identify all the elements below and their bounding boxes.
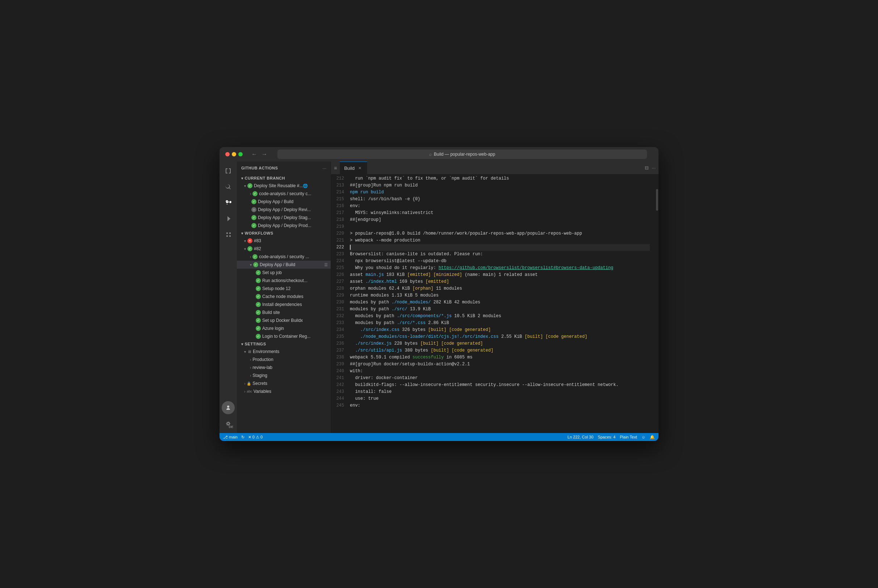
sidebar-item-setup-job[interactable]: ✓ Set up job bbox=[237, 268, 331, 277]
code-area[interactable]: run `npm audit fix` to fix them, or `npm… bbox=[347, 174, 656, 433]
close-button[interactable] bbox=[225, 152, 230, 156]
code-line-237: ./src/utils/api.js 380 bytes [built] [co… bbox=[350, 347, 650, 354]
run-checkout-label: Run actions/checkout... bbox=[262, 278, 308, 283]
ln-222: 222 bbox=[331, 244, 344, 251]
user-avatar[interactable] bbox=[222, 401, 235, 414]
editor-content: 212 213 214 215 216 217 218 219 220 221 … bbox=[331, 174, 659, 433]
sidebar-item-code-analysis-2[interactable]: › ✓ code-analysis / security ... bbox=[237, 253, 331, 261]
deploy-app-prod-label: Deploy App / Deploy Prod... bbox=[258, 223, 311, 228]
container-reg-label: Login to Container Reg... bbox=[262, 334, 311, 339]
ln-215: 215 bbox=[331, 196, 344, 203]
chevron-down-icon: ▾ bbox=[241, 176, 243, 180]
branch-status[interactable]: ⎇ main bbox=[223, 435, 238, 440]
sidebar-item-variables[interactable]: › abc Variables bbox=[237, 387, 331, 395]
back-arrow[interactable]: ← bbox=[250, 150, 259, 158]
ln-245: 245 bbox=[331, 402, 344, 409]
ln-234: 234 bbox=[331, 327, 344, 333]
scrollbar-thumb[interactable] bbox=[656, 189, 658, 211]
code-line-225: Why you should do it regularly: https://… bbox=[350, 265, 650, 272]
notifications-icon[interactable]: 🔔 bbox=[650, 435, 655, 440]
code-line-236: ./src/index.js 228 bytes [built] [code g… bbox=[350, 340, 650, 347]
code-line-221: > webpack --mode production bbox=[350, 237, 650, 244]
code-line-241: driver: docker-container bbox=[350, 375, 650, 382]
sidebar-item-environments[interactable]: ▾ 🖥 Environments bbox=[237, 348, 331, 356]
activity-search[interactable] bbox=[222, 180, 235, 194]
sidebar-item-deploy-site[interactable]: ▾ ✓ Deploy Site Reusable #... 🌐 bbox=[237, 182, 331, 190]
spaces-status[interactable]: Spaces: 4 bbox=[598, 435, 615, 439]
code-line-222 bbox=[350, 244, 650, 251]
section-label-workflows: WORKFLOWS bbox=[245, 231, 273, 236]
sidebar-more-icon[interactable]: ··· bbox=[323, 165, 326, 171]
section-current-branch[interactable]: ▾ CURRENT BRANCH bbox=[237, 174, 331, 182]
split-editor-icon[interactable]: ⊟ bbox=[645, 165, 649, 171]
ln-219: 219 bbox=[331, 224, 344, 230]
deploy-app-staging-label: Deploy App / Deploy Stag... bbox=[258, 215, 311, 220]
forward-arrow[interactable]: → bbox=[260, 150, 269, 158]
section-workflows[interactable]: ▾ WORKFLOWS bbox=[237, 230, 331, 237]
encoding-text: Plain Text bbox=[620, 435, 637, 439]
address-bar[interactable]: ⌕ Build — popular-repos-web-app bbox=[278, 150, 647, 159]
code-line-245: env: bbox=[350, 402, 650, 409]
workflow-82-label: #82 bbox=[254, 246, 261, 251]
tab-build[interactable]: Build ✕ bbox=[340, 162, 367, 174]
sidebar-item-setup-node[interactable]: ✓ Setup node 12 bbox=[237, 285, 331, 292]
settings-gear[interactable]: DE bbox=[222, 417, 235, 430]
encoding-status[interactable]: Plain Text bbox=[620, 435, 637, 439]
search-icon: ⌕ bbox=[429, 152, 432, 157]
sidebar-item-run-checkout[interactable]: ✓ Run actions/checkout... bbox=[237, 277, 331, 285]
activity-explorer[interactable] bbox=[222, 164, 235, 177]
activity-extensions[interactable] bbox=[222, 228, 235, 241]
sync-status[interactable]: ↻ bbox=[241, 435, 245, 440]
sidebar-item-deploy-app-build-1[interactable]: ✓ Deploy App / Build bbox=[237, 198, 331, 206]
sidebar-item-deploy-app-review[interactable]: ○ Deploy App / Deploy Revi... bbox=[237, 206, 331, 214]
sidebar-item-install-deps[interactable]: ✓ Install dependencies bbox=[237, 300, 331, 309]
sidebar-item-setup-docker[interactable]: ✓ Set up Docker Buildx bbox=[237, 316, 331, 324]
traffic-lights bbox=[225, 152, 243, 156]
sidebar-item-deploy-app-staging[interactable]: ✓ Deploy App / Deploy Stag... bbox=[237, 214, 331, 222]
sidebar-item-82[interactable]: ▾ ✓ #82 bbox=[237, 245, 331, 253]
status-green-icon: ✓ bbox=[256, 326, 261, 331]
sidebar-item-cache-node[interactable]: ✓ Cache node modules bbox=[237, 292, 331, 300]
ln-229: 229 bbox=[331, 292, 344, 299]
activity-run-debug[interactable] bbox=[222, 212, 235, 225]
more-actions-icon[interactable]: ··· bbox=[651, 165, 656, 171]
scrollbar-track[interactable] bbox=[656, 174, 659, 433]
errors-status[interactable]: ✕ 0 ⚠ 0 bbox=[248, 435, 263, 440]
statusbar-left: ⎇ main ↻ ✕ 0 ⚠ 0 bbox=[223, 435, 263, 440]
sidebar-item-container-reg[interactable]: ✓ Login to Container Reg... bbox=[237, 332, 331, 340]
tab-close-icon[interactable]: ✕ bbox=[357, 165, 363, 171]
section-settings[interactable]: ▾ SETTINGS bbox=[237, 340, 331, 348]
ln-239: 239 bbox=[331, 361, 344, 368]
sidebar-item-build-site[interactable]: ✓ Build site bbox=[237, 309, 331, 316]
status-green-icon: ✓ bbox=[256, 270, 261, 275]
sidebar-item-code-analysis-1[interactable]: › ✓ code-analysis / security c... bbox=[237, 190, 331, 198]
env-icon: 🖥 bbox=[248, 350, 251, 354]
status-green-icon: ✓ bbox=[256, 302, 261, 307]
deploy-app-review-label: Deploy App / Deploy Revi... bbox=[258, 207, 311, 212]
status-green-icon: ✓ bbox=[256, 294, 261, 299]
sidebar-item-secrets[interactable]: › 🔒 Secrets bbox=[237, 380, 331, 387]
bell-icon: 🔔 bbox=[650, 435, 655, 440]
sidebar-item-staging[interactable]: › Staging bbox=[237, 372, 331, 380]
nav-arrows: ← → bbox=[250, 150, 269, 158]
tab-menu-icon[interactable]: ≡ bbox=[331, 165, 340, 171]
tab-label: Build bbox=[344, 165, 354, 171]
fullscreen-button[interactable] bbox=[238, 152, 243, 156]
activity-source-control[interactable] bbox=[222, 196, 235, 209]
status-red-icon: ✕ bbox=[248, 238, 252, 243]
sidebar: GITHUB ACTIONS ··· ▾ CURRENT BRANCH ▾ ✓ … bbox=[237, 162, 331, 433]
ln-228: 228 bbox=[331, 285, 344, 292]
sidebar-item-deploy-app-prod[interactable]: ✓ Deploy App / Deploy Prod... bbox=[237, 222, 331, 230]
de-label: DE bbox=[228, 425, 233, 429]
minimize-button[interactable] bbox=[232, 152, 236, 156]
sidebar-item-azure-login[interactable]: ✓ Azure login bbox=[237, 324, 331, 332]
sidebar-item-production[interactable]: › Production bbox=[237, 356, 331, 363]
sidebar-item-deploy-app-build-2[interactable]: ▾ ✓ Deploy App / Build ☰ bbox=[237, 261, 331, 268]
ln-244: 244 bbox=[331, 395, 344, 402]
feedback-icon[interactable]: ☺ bbox=[641, 435, 645, 439]
activity-bottom: DE bbox=[222, 401, 235, 430]
code-line-231: modules by path ./src/ 13.9 KiB bbox=[350, 306, 650, 313]
sidebar-item-83[interactable]: ▾ ✕ #83 bbox=[237, 237, 331, 245]
sidebar-item-review-lab[interactable]: › review-lab bbox=[237, 363, 331, 372]
position-status[interactable]: Ln 222, Col 30 bbox=[567, 435, 594, 439]
